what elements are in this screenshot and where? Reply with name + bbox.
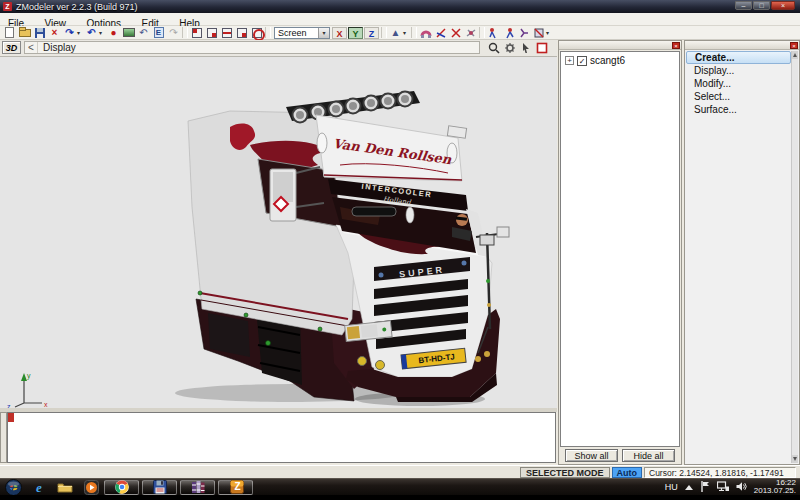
file-explorer-icon[interactable]: [52, 480, 78, 495]
auto-toggle[interactable]: Auto: [612, 467, 643, 478]
select-mode-icon[interactable]: [189, 26, 204, 39]
zmodeler-taskbar-icon[interactable]: Z: [218, 480, 253, 495]
export-icon[interactable]: ↶: [84, 26, 99, 39]
tree-checkbox[interactable]: ✓: [577, 56, 587, 66]
import-dropdown-caret[interactable]: ▾: [77, 29, 84, 36]
axis-z-button[interactable]: Z: [364, 27, 379, 39]
commands-panel: × Create... Display... Modify... Select.…: [684, 40, 800, 465]
maximize-view-icon[interactable]: [535, 41, 549, 54]
tools-dropdown-caret[interactable]: ▾: [546, 29, 553, 36]
skin-tool-icon[interactable]: [501, 26, 516, 39]
media-player-icon[interactable]: [78, 480, 104, 495]
menu-bar: File View Options Edit Help: [0, 13, 800, 26]
export-dropdown-caret[interactable]: ▾: [99, 29, 106, 36]
commands-panel-header[interactable]: ×: [685, 41, 799, 50]
tree-expander-icon[interactable]: +: [565, 56, 574, 65]
polygon-level-icon[interactable]: [234, 26, 249, 39]
command-surface[interactable]: Surface...: [686, 103, 791, 116]
tree-item-scangt6[interactable]: + ✓ scangt6: [561, 52, 679, 66]
toolbar-separator: [182, 27, 188, 38]
close-button[interactable]: ×: [771, 1, 795, 10]
undo-icon[interactable]: ↶: [136, 26, 151, 39]
command-display[interactable]: Display...: [686, 64, 791, 77]
hidden-icons-caret[interactable]: [685, 485, 693, 490]
render-image-icon[interactable]: [121, 26, 136, 39]
language-indicator[interactable]: HU: [665, 482, 678, 492]
hide-all-button[interactable]: Hide all: [622, 449, 675, 462]
viewport-3d[interactable]: Van Den Rollsen INTERCOOLER Holland SUPE…: [0, 56, 557, 408]
network-icon[interactable]: [717, 478, 729, 496]
redo-icon[interactable]: ↷: [166, 26, 181, 39]
view-label: Display: [38, 42, 76, 53]
scale-axes-icon[interactable]: [448, 26, 463, 39]
view-mode-button[interactable]: 3D: [2, 41, 21, 54]
dropdown-caret-icon[interactable]: ▾: [318, 28, 329, 38]
import-icon[interactable]: ↷: [62, 26, 77, 39]
view-back-arrow[interactable]: <: [25, 42, 38, 53]
zmodeler-window: Z ZModeler ver 2.2.3 (Build 971) – □ × F…: [0, 0, 800, 500]
pose-tool-icon[interactable]: [516, 26, 531, 39]
fog-light: [376, 361, 385, 370]
output-panel-icon[interactable]: [8, 413, 14, 422]
screen-dropdown-value: Screen: [275, 28, 318, 38]
gizmo-dropdown-caret[interactable]: ▾: [403, 29, 410, 36]
delete-icon[interactable]: ×: [47, 26, 62, 39]
start-button[interactable]: [0, 480, 26, 495]
cone-gizmo-icon[interactable]: ▲: [388, 26, 403, 39]
move-axes-icon[interactable]: [433, 26, 448, 39]
app-icon: Z: [3, 2, 12, 11]
save-file-icon[interactable]: [32, 26, 47, 39]
commands-scrollbar[interactable]: [791, 51, 798, 463]
tree-item-label[interactable]: scangt6: [590, 55, 625, 66]
axis-y-button[interactable]: Y: [348, 27, 363, 39]
floppy-app-icon[interactable]: [142, 480, 177, 495]
action-center-flag-icon[interactable]: [700, 478, 710, 496]
hide-parts-icon[interactable]: [249, 26, 264, 39]
axis-x-button[interactable]: X: [332, 27, 347, 39]
scroll-down-icon[interactable]: [792, 455, 798, 463]
magnet-tool-icon[interactable]: [418, 26, 433, 39]
output-panel-edge[interactable]: [0, 412, 7, 463]
system-tray: HU 16:22 2013.07.25.: [665, 478, 800, 496]
volume-icon[interactable]: [736, 478, 747, 496]
open-file-icon[interactable]: [17, 26, 32, 39]
zoom-icon[interactable]: [487, 41, 501, 54]
new-file-icon[interactable]: [2, 26, 17, 39]
axis-y-label: y: [27, 372, 31, 380]
tree-panel-header[interactable]: ×: [559, 41, 681, 50]
internet-explorer-icon[interactable]: e: [26, 480, 52, 495]
clock-date: 2013.07.25.: [754, 487, 796, 495]
screen-space-dropdown[interactable]: Screen ▾: [274, 27, 330, 39]
title-bar: Z ZModeler ver 2.2.3 (Build 971) – □ ×: [0, 0, 800, 13]
command-select[interactable]: Select...: [686, 90, 791, 103]
viewport-header: 3D < Display: [0, 40, 557, 56]
notes-icon[interactable]: E: [151, 26, 166, 39]
scroll-up-icon[interactable]: [792, 51, 798, 59]
status-bar: SELECTED MODE Auto Cursor: 2.14524, 1.81…: [0, 465, 800, 478]
commands-list: Create... Display... Modify... Select...…: [686, 51, 791, 116]
output-panel: [7, 412, 556, 463]
tree-panel-close-icon[interactable]: ×: [672, 42, 680, 49]
command-modify[interactable]: Modify...: [686, 77, 791, 90]
truck-model: Van Den Rollsen INTERCOOLER Holland SUPE…: [0, 57, 557, 409]
view-title-bar[interactable]: < Display: [24, 41, 480, 54]
mode-indicator: SELECTED MODE: [520, 467, 610, 478]
chrome-icon[interactable]: [104, 480, 139, 495]
commands-panel-close-icon[interactable]: ×: [790, 42, 798, 49]
show-all-button[interactable]: Show all: [565, 449, 618, 462]
pan-cursor-icon[interactable]: [519, 41, 533, 54]
axis-indicator: y x z: [7, 372, 48, 409]
edge-level-icon[interactable]: [219, 26, 234, 39]
winrar-icon[interactable]: [180, 480, 215, 495]
anim-tool-icon[interactable]: [531, 26, 546, 39]
rotate-axes-icon[interactable]: [463, 26, 478, 39]
taskbar-clock[interactable]: 16:22 2013.07.25.: [754, 479, 796, 495]
minimize-button[interactable]: –: [735, 1, 752, 10]
command-create[interactable]: Create...: [686, 51, 791, 64]
bones-tool-icon[interactable]: [486, 26, 501, 39]
toolbar-separator: [381, 27, 387, 38]
gear-icon[interactable]: [503, 41, 517, 54]
vertex-level-icon[interactable]: [204, 26, 219, 39]
record-icon[interactable]: ●: [106, 26, 121, 39]
maximize-button[interactable]: □: [753, 1, 770, 10]
